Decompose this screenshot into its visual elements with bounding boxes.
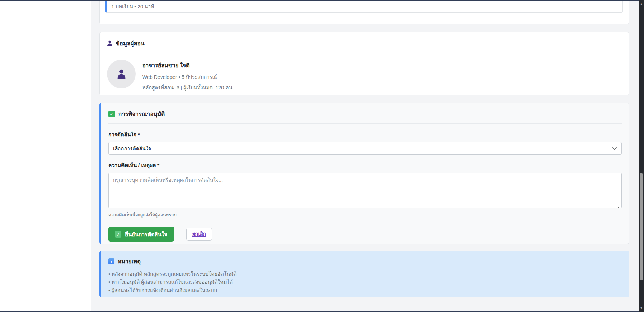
instructor-avatar [107,60,136,88]
note-item: หากไม่อนุมัติ ผู้สอนสามารถแก้ไขและส่งขออ… [108,278,622,286]
note-item: ผู้สอนจะได้รับการแจ้งเตือนผ่านอีเมลและใน… [108,286,622,294]
approval-card-header: ✓ การพิจารณาอนุมัติ [108,103,622,124]
decision-select-wrap: เลือกการตัดสินใจ [108,142,622,155]
window-top-edge [0,0,644,1]
decision-select[interactable]: เลือกการตัดสินใจ [108,142,622,155]
check-square-icon: ✓ [108,111,115,117]
scroll-up-arrow[interactable]: ▲ [639,1,644,7]
left-sidebar [0,1,90,311]
scroll-down-arrow[interactable]: ▼ [639,305,644,311]
instructor-details: อาจารย์สมชาย ใจดี Web Developer • 5 ปีปร… [142,60,232,92]
scrollbar-thumb[interactable] [640,173,643,280]
comment-textarea[interactable] [108,173,622,208]
cancel-button[interactable]: ยกเลิก [186,228,212,241]
note-title-row: i หมายเหตุ [108,251,622,266]
action-buttons-row: ✓ ยืนยันการตัดสินใจ ยกเลิก [108,227,622,242]
note-title: หมายเหตุ [118,257,141,266]
check-icon: ✓ [115,231,121,238]
decision-label: การตัดสินใจ * [108,130,622,139]
course-content-card: 1 บทเรียน • 20 นาที [99,1,629,24]
main-content-area: 1 บทเรียน • 20 นาที ข้อมูลผู้สอน อาจารย์… [91,1,639,311]
instructor-name: อาจารย์สมชาย ใจดี [142,61,232,70]
instructor-section-title: ข้อมูลผู้สอน [116,39,145,48]
instructor-card-header: ข้อมูลผู้สอน [107,32,622,53]
instructor-card: ข้อมูลผู้สอน อาจารย์สมชาย ใจดี Web Devel… [99,32,629,95]
approval-card: ✓ การพิจารณาอนุมัติ การตัดสินใจ * เลือกก… [99,103,629,244]
confirm-button-label: ยืนยันการตัดสินใจ [125,230,167,239]
info-icon: i [108,258,114,264]
comment-help-text: ความคิดเห็นนี้จะถูกส่งให้ผู้สอนทราบ [108,211,622,218]
person-icon [117,69,126,79]
note-box: i หมายเหตุ หลังจากอนุมัติ หลักสูตรจะถูกเ… [99,251,629,297]
instructor-body: อาจารย์สมชาย ใจดี Web Developer • 5 ปีปร… [107,53,622,92]
instructor-role-line: Web Developer • 5 ปีประสบการณ์ [142,73,232,81]
note-item: หลังจากอนุมัติ หลักสูตรจะถูกเผยแพร่ในระบ… [108,270,622,278]
person-icon [107,40,112,46]
comment-label: ความคิดเห็น / เหตุผล * [108,161,622,169]
lesson-item[interactable]: 1 บทเรียน • 20 นาที [105,1,623,13]
vertical-scrollbar[interactable]: ▲ ▼ [639,0,644,312]
confirm-decision-button[interactable]: ✓ ยืนยันการตัดสินใจ [108,227,174,242]
note-items-list: หลังจากอนุมัติ หลักสูตรจะถูกเผยแพร่ในระบ… [108,270,622,294]
instructor-stats-line: หลักสูตรที่สอน: 3 | ผู้เรียนทั้งหมด: 120… [142,84,232,92]
approval-section-title: การพิจารณาอนุมัติ [118,109,165,118]
lesson-meta-text: 1 บทเรียน • 20 นาที [111,3,154,11]
